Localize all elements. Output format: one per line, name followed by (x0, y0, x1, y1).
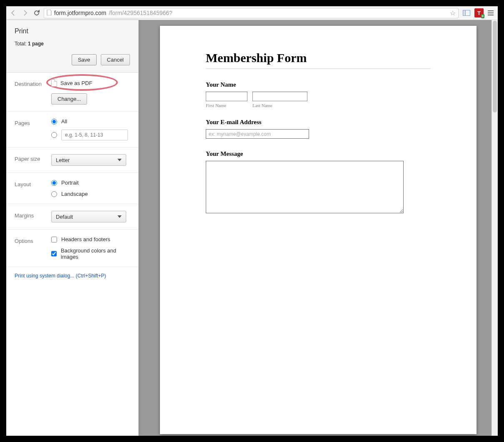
layout-portrait-radio[interactable] (51, 180, 57, 186)
system-dialog-link[interactable]: Print using system dialog... (Ctrl+Shift… (6, 267, 138, 285)
paper-size-select[interactable]: Letter (51, 154, 126, 166)
bookmark-star-icon[interactable]: ☆ (450, 9, 456, 17)
vertical-scrollbar[interactable] (492, 20, 498, 436)
extension-letter: T (477, 10, 481, 16)
options-section: Options Headers and footers Background c… (6, 230, 138, 267)
headers-footers-label: Headers and footers (61, 236, 110, 242)
total-prefix: Total: (15, 41, 28, 47)
destination-value: Save as PDF (60, 80, 92, 86)
print-panel: Print Total: 1 page Save Cancel Destinat… (6, 20, 139, 436)
total-pages: 1 page (28, 41, 44, 47)
preview-page: Membership Form Your Name First Name Las… (160, 26, 477, 434)
email-label: Your E-mail Address (206, 119, 431, 126)
first-name-input[interactable] (206, 92, 247, 101)
url-host: form.jotformpro.com (54, 10, 106, 16)
message-label: Your Message (206, 150, 431, 157)
pages-section: Pages All (6, 112, 138, 147)
print-preview-area: Membership Form Your Name First Name Las… (139, 20, 498, 436)
reload-button[interactable] (32, 8, 41, 17)
browser-toolbar: form.jotformpro.com/form/42956151845966?… (6, 6, 498, 20)
margins-label: Margins (15, 211, 47, 222)
pdf-icon (51, 79, 57, 87)
headers-footers-checkbox[interactable] (51, 237, 57, 242)
destination-row: Save as PDF (51, 79, 130, 87)
destination-label: Destination (15, 79, 47, 105)
first-name-sublabel: First Name (206, 103, 247, 108)
background-checkbox[interactable] (51, 251, 57, 257)
pages-custom-input[interactable] (61, 130, 128, 140)
paper-size-label: Paper size (15, 154, 47, 166)
layout-landscape-radio[interactable] (51, 191, 57, 197)
change-destination-button[interactable]: Change... (51, 93, 87, 105)
layout-label: Layout (15, 180, 47, 197)
chevron-down-icon (117, 215, 122, 218)
layout-section: Layout Portrait Landscape (6, 173, 138, 204)
extension-badge[interactable]: T 0 (474, 8, 484, 17)
back-button[interactable] (9, 8, 18, 17)
pages-custom-radio[interactable] (51, 132, 57, 138)
forward-button[interactable] (20, 8, 30, 17)
destination-section: Destination Save as PDF Change... (6, 72, 138, 112)
pages-all-label: All (61, 118, 67, 125)
chevron-down-icon (117, 159, 122, 161)
pages-all-radio[interactable] (51, 119, 57, 125)
save-button[interactable]: Save (72, 54, 97, 65)
divider (206, 68, 431, 69)
print-panel-header: Print Total: 1 page Save Cancel (6, 20, 138, 72)
last-name-sublabel: Last Name (252, 103, 307, 108)
scrollbar-thumb[interactable] (493, 21, 497, 112)
pages-label: Pages (15, 118, 47, 140)
extension-count: 0 (481, 14, 484, 18)
email-input[interactable] (206, 129, 309, 139)
address-bar[interactable]: form.jotformpro.com/form/42956151845966?… (44, 8, 459, 18)
browser-menu-button[interactable] (486, 8, 495, 17)
print-total: Total: 1 page (15, 41, 130, 47)
layout-landscape-label: Landscape (61, 191, 88, 197)
background-label: Background colors and images (61, 247, 130, 260)
paper-size-value: Letter (56, 157, 70, 163)
print-title: Print (15, 27, 130, 35)
margins-value: Default (56, 214, 73, 220)
panel-icon[interactable] (461, 7, 472, 18)
layout-portrait-label: Portrait (61, 180, 79, 186)
options-label: Options (15, 236, 47, 260)
url-path: /form/42956151845966? (109, 10, 172, 16)
message-textarea[interactable] (206, 161, 404, 213)
margins-section: Margins Default (6, 204, 138, 230)
name-label: Your Name (206, 81, 431, 88)
cancel-button[interactable]: Cancel (101, 54, 130, 65)
paper-size-section: Paper size Letter (6, 147, 138, 173)
form-title: Membership Form (206, 51, 431, 65)
margins-select[interactable]: Default (51, 211, 126, 222)
page-icon (47, 10, 52, 17)
last-name-input[interactable] (252, 92, 307, 101)
svg-rect-1 (463, 10, 466, 16)
